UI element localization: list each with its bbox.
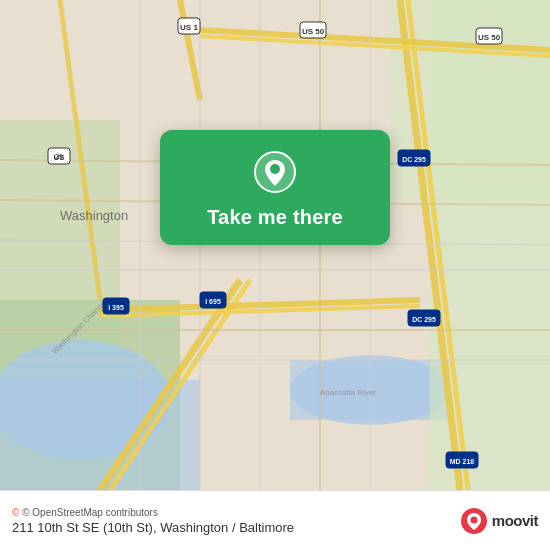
moovit-logo: moovit [460, 507, 538, 535]
map-svg: Washington Channel Anacostia River US 29… [0, 0, 550, 490]
svg-text:US 1: US 1 [180, 23, 198, 32]
svg-text:I 395: I 395 [108, 304, 124, 311]
svg-point-53 [270, 164, 280, 174]
location-text: 211 10th St SE (10th St), Washington / B… [12, 520, 452, 535]
moovit-text: moovit [492, 512, 538, 529]
location-pin-icon [251, 148, 299, 196]
info-bar: © © OpenStreetMap contributors 211 10th … [0, 490, 550, 550]
svg-text:US 50: US 50 [302, 27, 325, 36]
svg-text:Washington: Washington [60, 208, 128, 223]
svg-text:US 50: US 50 [478, 33, 501, 42]
svg-text:MD 218: MD 218 [450, 458, 475, 465]
svg-text:29: 29 [55, 153, 63, 160]
cta-card: Take me there [160, 130, 390, 245]
svg-text:Anacostia River: Anacostia River [320, 388, 376, 397]
svg-text:DC 295: DC 295 [412, 316, 436, 323]
take-me-there-button[interactable]: Take me there [207, 206, 343, 229]
svg-text:I 695: I 695 [205, 298, 221, 305]
map-container: Washington Channel Anacostia River US 29… [0, 0, 550, 490]
osm-credit-text: © OpenStreetMap contributors [22, 507, 158, 518]
moovit-pin-icon [460, 507, 488, 535]
osm-credit: © © OpenStreetMap contributors [12, 507, 452, 518]
svg-point-55 [470, 516, 477, 523]
svg-text:DC 295: DC 295 [402, 156, 426, 163]
